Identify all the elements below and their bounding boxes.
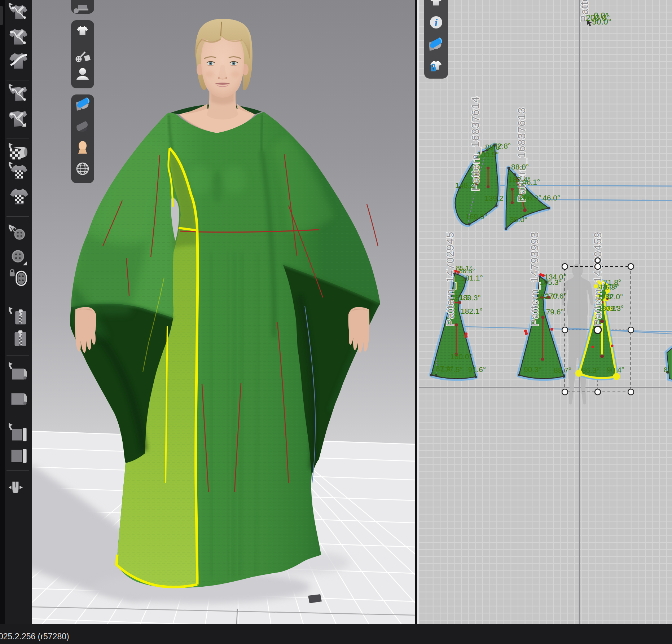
svg-text:270.6°: 270.6° <box>545 292 567 300</box>
svg-text:53°: 53° <box>610 283 619 290</box>
svg-text:8: 8 <box>664 366 668 374</box>
svg-text:169.0°: 169.0° <box>465 212 487 221</box>
svg-text:Pattern_16837613: Pattern_16837613 <box>515 107 527 202</box>
svg-text:79.3°: 79.3° <box>606 304 624 312</box>
svg-text:Pattern_14702945: Pattern_14702945 <box>444 231 456 326</box>
svg-text:91.6°: 91.6° <box>468 365 486 374</box>
svg-text:72.8°: 72.8° <box>493 142 511 150</box>
svg-text:148.2°: 148.2° <box>455 181 477 189</box>
svg-text:105.3°: 105.3° <box>540 278 562 286</box>
svg-text:46.1°: 46.1° <box>522 178 540 186</box>
svg-text:i: i <box>435 17 438 28</box>
svg-text:90.0°: 90.0° <box>592 17 611 26</box>
svg-text:177.5°: 177.5° <box>441 365 463 374</box>
svg-text:139.2°: 139.2° <box>484 194 506 202</box>
svg-text:88.7°: 88.7° <box>554 366 571 374</box>
svg-text:100.5°: 100.5° <box>477 150 499 159</box>
svg-text:90.4°: 90.4° <box>607 366 624 374</box>
svg-text:90.3°: 90.3° <box>524 365 541 374</box>
svg-text:179.6°: 179.6° <box>542 308 564 316</box>
svg-text:Pattern_16837614: Pattern_16837614 <box>469 96 481 191</box>
svg-text:Pattern_14793993: Pattern_14793993 <box>528 231 540 326</box>
svg-text:181.1°: 181.1° <box>461 274 483 282</box>
svg-text:46.0°: 46.0° <box>543 194 560 202</box>
svg-text:206.3°: 206.3° <box>519 194 541 202</box>
svg-text:180.3°: 180.3° <box>459 294 481 302</box>
svg-text:88.0°: 88.0° <box>511 163 529 171</box>
svg-text:82.0°: 82.0° <box>605 292 623 301</box>
svg-text:180.0°: 180.0° <box>450 352 472 361</box>
svg-text:86.3°: 86.3° <box>582 366 599 374</box>
svg-text:36.0°: 36.0° <box>510 215 527 224</box>
svg-text:182.1°: 182.1° <box>461 307 483 315</box>
